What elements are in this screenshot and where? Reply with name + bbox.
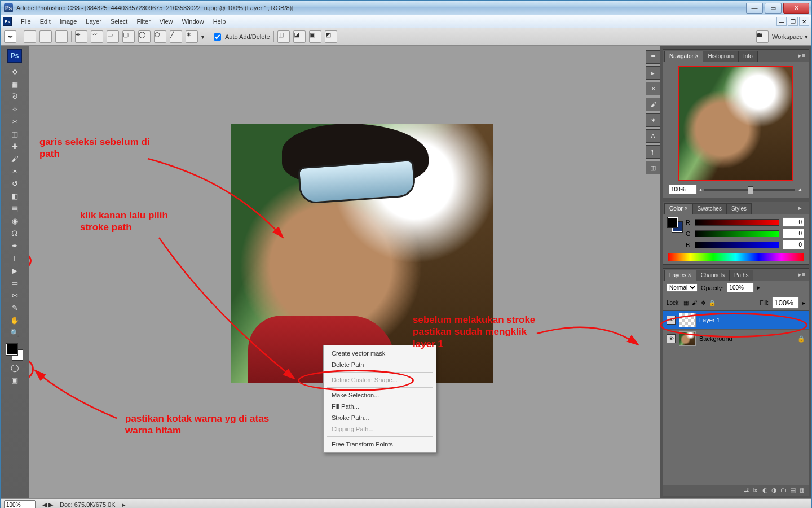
menu-file[interactable]: File <box>16 17 36 26</box>
pen-tool[interactable]: ✒ <box>8 240 21 251</box>
auto-add-delete-checkbox[interactable]: Auto Add/Delete <box>211 32 270 42</box>
polygon-shape-icon[interactable]: ⬠ <box>154 30 166 43</box>
eyedropper-tool[interactable]: ✎ <box>8 302 21 313</box>
mini-foreground-swatch[interactable] <box>668 217 678 227</box>
menu-help[interactable]: Help <box>209 17 231 26</box>
path-op-intersect-icon[interactable]: ▣ <box>309 30 321 43</box>
strip-character-icon[interactable]: A <box>646 129 660 143</box>
pen-tool-indicator-icon[interactable]: ✒ <box>4 30 16 43</box>
lock-transparency-icon[interactable]: ▦ <box>683 300 689 306</box>
strip-brushes-icon[interactable]: 🖌 <box>646 98 660 111</box>
status-zoom-input[interactable] <box>4 500 36 509</box>
lock-pixels-icon[interactable]: 🖌 <box>692 300 698 306</box>
crop-tool[interactable]: ✂ <box>8 116 21 127</box>
layer-row-layer1[interactable]: 👁 Layer 1 <box>663 311 809 330</box>
tab-navigator[interactable]: Navigator × <box>664 51 703 62</box>
input-g[interactable] <box>783 229 804 238</box>
path-op-exclude-icon[interactable]: ◩ <box>325 30 337 43</box>
navigator-thumbnail[interactable] <box>678 66 793 181</box>
visibility-toggle-icon[interactable]: 👁 <box>667 316 676 325</box>
path-selection-tool[interactable]: ▶ <box>8 265 21 276</box>
notes-tool[interactable]: ✉ <box>8 290 21 301</box>
color-swatches[interactable] <box>6 344 23 361</box>
eraser-tool[interactable]: ◧ <box>8 190 21 202</box>
menu-image[interactable]: Image <box>55 17 82 26</box>
strip-history-icon[interactable]: ≣ <box>646 50 660 64</box>
history-brush-tool[interactable]: ↺ <box>8 178 21 189</box>
cm-free-transform[interactable]: Free Transform Points <box>325 439 435 450</box>
strip-tools-icon[interactable]: ✕ <box>646 82 660 95</box>
blend-mode-select[interactable]: Normal <box>667 283 698 292</box>
link-layers-icon[interactable]: ⇄ <box>744 487 749 494</box>
new-layer-icon[interactable]: ▤ <box>790 487 796 494</box>
lock-position-icon[interactable]: ✥ <box>701 300 705 306</box>
clone-stamp-tool[interactable]: ✶ <box>8 165 21 177</box>
tab-color[interactable]: Color × <box>664 203 693 214</box>
color-panel-menu-icon[interactable]: ▸≡ <box>796 203 807 214</box>
rounded-rect-icon[interactable]: ▢ <box>122 30 135 43</box>
panel-menu-icon[interactable]: ▸≡ <box>796 51 807 62</box>
menu-window[interactable]: Window <box>178 17 209 26</box>
magic-wand-tool[interactable]: ✧ <box>8 103 21 115</box>
path-op-subtract-icon[interactable]: ◪ <box>293 30 306 43</box>
screenmode-toggle[interactable]: ▣ <box>8 374 21 386</box>
layer-row-background[interactable]: 👁 Background 🔒 <box>663 330 809 348</box>
layer-mask-icon[interactable]: ◐ <box>762 487 768 494</box>
slider-b[interactable] <box>695 242 779 248</box>
menu-select[interactable]: Select <box>106 17 133 26</box>
shape-tool[interactable]: ▭ <box>8 277 21 288</box>
tab-swatches[interactable]: Swatches <box>692 203 727 214</box>
menu-view[interactable]: View <box>155 17 178 26</box>
opacity-input[interactable] <box>727 283 754 292</box>
tab-styles[interactable]: Styles <box>726 203 752 214</box>
input-b[interactable] <box>783 240 804 249</box>
quickmask-toggle[interactable]: ◯ <box>8 362 21 373</box>
gradient-tool[interactable]: ▤ <box>8 203 21 214</box>
cm-delete-path[interactable]: Delete Path <box>325 359 435 370</box>
rect-shape-icon[interactable]: ▭ <box>107 30 119 43</box>
slider-r[interactable] <box>695 219 779 226</box>
doc-minimize-button[interactable]: — <box>776 17 787 26</box>
maximize-button[interactable]: ▭ <box>765 3 782 14</box>
menu-edit[interactable]: Edit <box>36 17 55 26</box>
path-op-add-icon[interactable]: ◫ <box>277 30 290 43</box>
custom-shape-icon[interactable]: ✶ <box>186 30 198 43</box>
healing-brush-tool[interactable]: ✚ <box>8 141 21 152</box>
freeform-pen-icon[interactable]: 〰 <box>91 30 103 43</box>
document-canvas[interactable]: Create vector mask Delete Path Define Cu… <box>29 46 660 498</box>
delete-layer-icon[interactable]: 🗑 <box>799 487 805 494</box>
layer-fx-icon[interactable]: fx. <box>752 487 759 494</box>
hand-tool[interactable]: ✋ <box>8 314 21 326</box>
close-button[interactable]: ✕ <box>783 3 809 14</box>
minimize-button[interactable]: — <box>746 3 763 14</box>
new-group-icon[interactable]: 🗀 <box>780 487 787 494</box>
cm-create-vector-mask[interactable]: Create vector mask <box>325 348 435 359</box>
tab-histogram[interactable]: Histogram <box>703 51 739 62</box>
fill-input[interactable] <box>772 297 799 309</box>
layer-name[interactable]: Layer 1 <box>699 317 720 323</box>
color-spectrum[interactable] <box>668 253 804 261</box>
fill-mode-button[interactable] <box>55 30 68 43</box>
marquee-tool[interactable]: ▦ <box>8 78 21 90</box>
cm-stroke-path[interactable]: Stroke Path... <box>325 412 435 423</box>
pen-shape-icon[interactable]: ✒ <box>75 30 87 43</box>
doc-restore-button[interactable]: ❐ <box>788 17 798 26</box>
color-mini-swatch[interactable] <box>668 217 682 232</box>
lock-all-icon[interactable]: 🔒 <box>709 300 716 306</box>
zoom-in-icon[interactable]: ▲ <box>797 186 803 192</box>
strip-clone-icon[interactable]: ✶ <box>646 113 660 127</box>
input-r[interactable] <box>783 217 804 227</box>
status-scroll-icon[interactable]: ◀ ▶ <box>42 501 53 509</box>
tab-channels[interactable]: Channels <box>696 270 730 281</box>
shape-mode-button[interactable] <box>39 30 52 43</box>
layers-panel-menu-icon[interactable]: ▸≡ <box>796 270 807 281</box>
tab-layers[interactable]: Layers × <box>664 270 696 281</box>
slider-g[interactable] <box>695 230 779 237</box>
strip-actions-icon[interactable]: ▸ <box>646 66 660 80</box>
path-mode-button[interactable] <box>24 30 36 43</box>
zoom-tool[interactable]: 🔍 <box>8 327 21 338</box>
dodge-tool[interactable]: ☊ <box>8 227 21 239</box>
strip-paragraph-icon[interactable]: ¶ <box>646 145 660 159</box>
menu-layer[interactable]: Layer <box>81 17 106 26</box>
blur-tool[interactable]: ◉ <box>8 215 21 226</box>
